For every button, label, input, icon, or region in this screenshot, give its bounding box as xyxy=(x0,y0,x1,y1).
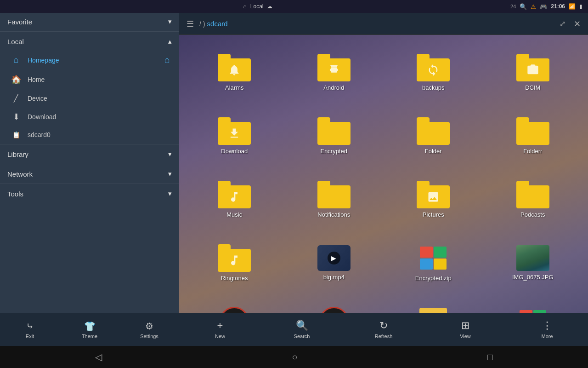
theme-icon: 👕 xyxy=(84,321,96,332)
file-item-encrypted[interactable]: Encrypted xyxy=(286,106,382,166)
refresh-button[interactable]: ↻ Refresh xyxy=(343,316,424,343)
play-btn-big-mp4: ▶ xyxy=(328,252,340,264)
file-item-backups[interactable]: backups xyxy=(385,42,481,102)
sidebar-item-device[interactable]: ╱ Device xyxy=(0,89,179,107)
file-name-notifications: Notifications xyxy=(317,211,350,218)
txt-icon-record: Aa TXT xyxy=(419,308,447,313)
sidebar: Favorite ▾ Local ▴ ⌂ Homepage ⌂ 🏠 Home ╱… xyxy=(0,13,179,346)
favorite-label: Favorite xyxy=(7,18,32,26)
image-icon-img0675 xyxy=(516,245,549,271)
recent-button[interactable]: □ xyxy=(487,352,493,362)
settings-button[interactable]: ⚙ Settings xyxy=(119,317,179,343)
file-item-sdcard0-zip[interactable]: sdcard0.zip xyxy=(485,296,581,313)
library-label: Library xyxy=(7,150,28,158)
expand-button[interactable]: ⤢ xyxy=(557,17,568,31)
file-item-dcim[interactable]: DCIM xyxy=(485,42,581,102)
folder-icon-download xyxy=(218,117,251,145)
file-item-download[interactable]: Download xyxy=(187,106,283,166)
file-item-encrypted-zip[interactable]: Encrypted.zip xyxy=(385,233,481,293)
close-button[interactable]: ✕ xyxy=(571,16,583,32)
network-label: Network xyxy=(7,170,33,178)
breadcrumb: / ) sdcard xyxy=(199,20,554,28)
view-button[interactable]: ⊞ View xyxy=(424,316,506,343)
folder-icon-android xyxy=(317,54,351,81)
file-name-big-mp4: big.mp4 xyxy=(323,274,345,281)
favorite-chevron: ▾ xyxy=(168,17,172,26)
file-name-backups: backups xyxy=(422,84,444,91)
file-item-podcasts[interactable]: Podcasts xyxy=(485,169,581,229)
file-item-big-mp4[interactable]: ▶ big.mp4 xyxy=(286,233,382,293)
search-button[interactable]: 🔍 Search xyxy=(261,316,343,343)
file-grid: Alarms Android xyxy=(179,35,588,313)
status-cloud-icon: ☁ xyxy=(267,3,272,10)
audio-icon-music: ♪ xyxy=(319,307,349,313)
folder-icon-music xyxy=(218,181,251,208)
file-item-pictures[interactable]: Pictures xyxy=(385,169,481,229)
android-nav-bar: ◁ ○ □ xyxy=(0,346,588,368)
file-name-img0675: IMG_0675.JPG xyxy=(512,274,554,281)
folder-icon-alarms xyxy=(218,54,251,81)
download-icon: ⬇ xyxy=(11,112,21,122)
file-item-android[interactable]: Android xyxy=(286,42,382,102)
file-name-encrypted: Encrypted xyxy=(320,148,347,155)
alert-icon: ⚠ xyxy=(531,3,536,10)
folder-icon-ringtones xyxy=(218,244,251,272)
home-icon: 🏠 xyxy=(11,75,21,85)
file-item-record-txt[interactable]: Aa TXT record.txt xyxy=(385,296,481,313)
menu-button[interactable]: ☰ xyxy=(184,16,197,32)
status-time: 21:06 xyxy=(551,3,565,10)
exit-label: Exit xyxy=(26,334,34,339)
sidebar-local-header[interactable]: Local ▴ xyxy=(0,33,179,50)
home-label: Home xyxy=(28,76,45,83)
file-name-encrypted-zip: Encrypted.zip xyxy=(415,275,452,282)
new-icon: + xyxy=(217,320,223,332)
network-chevron: ▾ xyxy=(168,170,172,178)
file-item-folderr[interactable]: Folderr xyxy=(485,106,581,166)
sidebar-network-header[interactable]: Network ▾ xyxy=(0,165,179,183)
sidebar-item-sdcard0[interactable]: 📋 sdcard0 xyxy=(0,126,179,143)
home-button[interactable]: ○ xyxy=(292,352,297,362)
sidebar-divider-1 xyxy=(0,31,179,32)
status-home-icon: ⌂ xyxy=(243,3,247,10)
tools-chevron: ▾ xyxy=(168,190,172,198)
new-button[interactable]: + New xyxy=(179,316,261,343)
zip-icon-sdcard0 xyxy=(516,308,549,313)
device-label: Device xyxy=(28,95,47,102)
exit-button[interactable]: ⤷ Exit xyxy=(0,317,60,343)
folder-icon-encrypted xyxy=(317,117,351,145)
content-area: ☰ / ) sdcard ⤢ ✕ Alarms xyxy=(179,13,588,346)
file-name-alarms: Alarms xyxy=(225,84,243,91)
file-item-listen-mp3[interactable]: ♪ listen.mp3 xyxy=(187,296,283,313)
sidebar-tools-header[interactable]: Tools ▾ xyxy=(0,185,179,202)
status-bar: ⌂ Local ☁ 24 🔍 ⚠ 🎮 21:06 📶 ▮ xyxy=(0,0,588,13)
wifi-icon: 📶 xyxy=(569,3,576,10)
sidebar-item-home[interactable]: 🏠 Home xyxy=(0,70,179,89)
sidebar-favorite-header[interactable]: Favorite ▾ xyxy=(0,13,179,30)
file-item-alarms[interactable]: Alarms xyxy=(187,42,283,102)
battery-icon: ▮ xyxy=(579,3,582,10)
sidebar-library-header[interactable]: Library ▾ xyxy=(0,145,179,163)
view-label: View xyxy=(460,334,471,339)
theme-button[interactable]: 👕 Theme xyxy=(60,317,119,343)
refresh-icon: ↻ xyxy=(379,320,388,332)
back-button[interactable]: ◁ xyxy=(95,351,102,362)
file-item-folder[interactable]: Folder xyxy=(385,106,481,166)
folder-icon-notifications xyxy=(317,181,351,208)
file-item-music-mp3[interactable]: ♪ music.mp3 xyxy=(286,296,382,313)
folder-icon-dcim xyxy=(516,54,549,81)
device-icon: ╱ xyxy=(11,94,21,103)
sidebar-action-bar: ⤷ Exit 👕 Theme ⚙ Settings xyxy=(0,313,179,346)
file-item-notifications[interactable]: Notifications xyxy=(286,169,382,229)
file-item-ringtones[interactable]: Ringtones xyxy=(187,233,283,293)
sidebar-item-homepage[interactable]: ⌂ Homepage ⌂ xyxy=(0,50,179,70)
more-button[interactable]: ⋮ More xyxy=(506,316,588,343)
status-bar-center: ⌂ Local ☁ xyxy=(6,3,510,10)
tools-label: Tools xyxy=(7,190,23,198)
sdcard0-icon: 📋 xyxy=(11,131,21,138)
sidebar-item-download[interactable]: ⬇ Download xyxy=(0,107,179,126)
local-label: Local xyxy=(7,38,24,46)
file-name-dcim: DCIM xyxy=(525,84,540,91)
library-chevron: ▾ xyxy=(168,150,172,158)
file-item-music[interactable]: Music xyxy=(187,169,283,229)
file-item-img0675[interactable]: IMG_0675.JPG xyxy=(485,233,581,293)
